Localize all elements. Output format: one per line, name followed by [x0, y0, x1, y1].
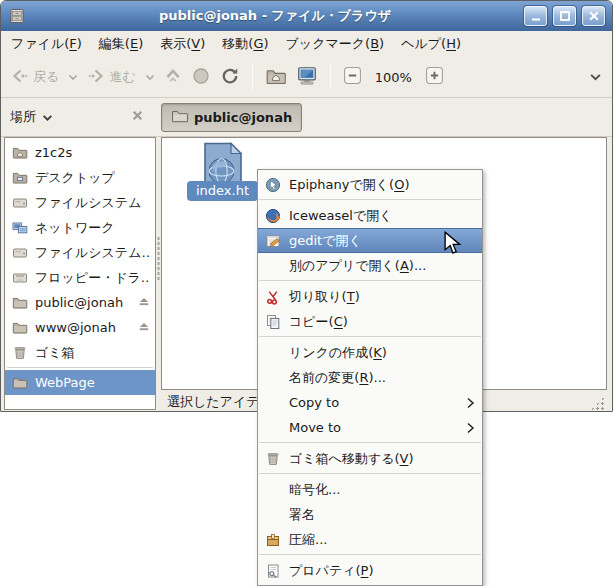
menu-separator — [259, 442, 481, 443]
toolbar-overflow-button[interactable] — [586, 67, 605, 88]
path-button-label: public@jonah — [194, 110, 292, 125]
sidebar-item-filesystem-2[interactable]: ファイルシステム… — [5, 240, 155, 265]
menu-item-copy-to[interactable]: Copy to — [258, 390, 482, 415]
up-button[interactable] — [161, 64, 185, 91]
back-label: 戻る — [33, 68, 59, 86]
forward-dropdown[interactable] — [142, 70, 158, 84]
chevron-down-icon — [589, 70, 602, 85]
menu-item-open-with-iceweasel[interactable]: Iceweaselで開く — [258, 203, 482, 228]
back-dropdown[interactable] — [65, 70, 81, 84]
sidebar-item-z1c2s[interactable]: z1c2s — [5, 140, 155, 165]
iceweasel-icon — [263, 208, 283, 224]
sidebar-item-desktop[interactable]: デスクトップ — [5, 165, 155, 190]
menu-edit[interactable]: 編集(E) — [99, 35, 143, 53]
sidebar-item-label: ゴミ箱 — [35, 344, 75, 362]
location-bar: 場所 public@jonah — [1, 98, 612, 137]
titlebar[interactable]: public@jonah - ファイル・ブラウザ — [1, 1, 612, 31]
epiphany-icon — [263, 177, 283, 193]
zoom-out-icon — [343, 66, 362, 88]
properties-icon — [263, 563, 283, 579]
forward-label: 進む — [109, 68, 135, 86]
menu-separator — [259, 199, 481, 200]
back-button[interactable]: 戻る — [8, 65, 62, 90]
reload-button[interactable] — [217, 63, 243, 92]
sidebar-item-label: ファイルシステム… — [35, 244, 150, 262]
menu-item-label: Move to — [289, 420, 341, 435]
eject-icon[interactable] — [138, 320, 150, 335]
network-icon — [11, 220, 29, 236]
toolbar: 戻る 進む 100% — [1, 57, 612, 98]
floppy-drive-icon — [11, 270, 29, 286]
sidebar-item-label: ネットワーク — [35, 219, 115, 237]
stop-icon — [191, 66, 211, 89]
menu-item-open-with-epiphany[interactable]: Epiphanyで開く(O) — [258, 172, 482, 197]
sidebar-item-trash[interactable]: ゴミ箱 — [5, 340, 155, 365]
close-button[interactable] — [582, 6, 605, 26]
menu-item-cut[interactable]: 切り取り(T) — [258, 284, 482, 309]
zoom-level: 100% — [375, 70, 412, 85]
sidebar-separator — [7, 367, 153, 368]
zoom-in-icon — [425, 66, 444, 88]
folder-icon — [11, 375, 29, 391]
menu-item-copy[interactable]: コピー(C) — [258, 309, 482, 334]
menu-item-make-link[interactable]: リンクの作成(K) — [258, 340, 482, 365]
menu-item-sign[interactable]: 署名 — [258, 502, 482, 527]
up-icon — [164, 67, 182, 88]
menu-separator — [259, 554, 481, 555]
sidebar-item-network[interactable]: ネットワーク — [5, 215, 155, 240]
close-sidebar-button[interactable] — [131, 109, 144, 125]
home-icon — [265, 66, 287, 89]
places-dropdown-icon[interactable] — [42, 110, 53, 125]
menu-item-label: 署名 — [289, 506, 315, 524]
trash-icon — [11, 345, 29, 361]
archive-icon — [263, 532, 283, 548]
sidebar-item-label: public@jonah — [35, 295, 123, 310]
minimize-button[interactable] — [524, 6, 547, 26]
sidebar-item-filesystem[interactable]: ファイルシステム — [5, 190, 155, 215]
eject-icon[interactable] — [138, 295, 150, 310]
places-label[interactable]: 場所 — [10, 108, 36, 126]
zoom-out-button[interactable] — [340, 63, 365, 91]
drive-icon — [11, 195, 29, 211]
sidebar-item-floppy[interactable]: フロッピー・ドラ… — [5, 265, 155, 290]
scissors-icon — [263, 289, 283, 305]
pane-resize-handle[interactable] — [156, 236, 161, 281]
menu-item-compress[interactable]: 圧縮... — [258, 527, 482, 552]
menu-go[interactable]: 移動(G) — [222, 35, 268, 53]
sidebar-item-label: WebPage — [35, 375, 95, 390]
folder-icon — [11, 320, 29, 336]
file-label[interactable]: index.ht — [187, 181, 258, 201]
path-button[interactable]: public@jonah — [161, 103, 302, 132]
menu-item-label: 切り取り(T) — [289, 288, 360, 306]
zoom-in-button[interactable] — [422, 63, 447, 91]
window-title: public@jonah - ファイル・ブラウザ — [32, 7, 518, 25]
menu-help[interactable]: ヘルプ(H) — [401, 35, 461, 53]
drive-icon — [11, 245, 29, 261]
menu-item-rename[interactable]: 名前の変更(R)... — [258, 365, 482, 390]
menu-view[interactable]: 表示(V) — [160, 35, 205, 53]
menu-item-label: Iceweaselで開く — [289, 207, 393, 225]
sidebar-item-www-jonah[interactable]: www@jonah — [5, 315, 155, 340]
sidebar-item-label: ファイルシステム — [35, 194, 141, 212]
menu-item-label: Copy to — [289, 395, 339, 410]
sidebar-item-webpage[interactable]: WebPage — [5, 370, 155, 395]
trash-icon — [263, 451, 283, 467]
menu-bookmarks[interactable]: ブックマーク(B) — [286, 35, 385, 53]
resize-grip[interactable] — [590, 396, 605, 411]
forward-button[interactable]: 進む — [84, 65, 138, 90]
reload-icon — [220, 66, 240, 89]
menu-item-move-to-trash[interactable]: ゴミ箱へ移動する(V) — [258, 446, 482, 471]
copy-icon — [263, 314, 283, 330]
menu-file[interactable]: ファイル(F) — [11, 35, 82, 53]
menu-item-move-to[interactable]: Move to — [258, 415, 482, 440]
menu-item-encrypt[interactable]: 暗号化... — [258, 477, 482, 502]
home-button[interactable] — [262, 63, 290, 92]
menu-separator — [259, 336, 481, 337]
maximize-button[interactable] — [553, 6, 576, 26]
computer-button[interactable] — [293, 62, 321, 93]
mouse-cursor — [444, 231, 462, 259]
sidebar-item-public-jonah[interactable]: public@jonah — [5, 290, 155, 315]
toolbar-separator — [252, 64, 253, 90]
stop-button[interactable] — [188, 63, 214, 92]
menu-item-properties[interactable]: プロパティ(P) — [258, 558, 482, 583]
